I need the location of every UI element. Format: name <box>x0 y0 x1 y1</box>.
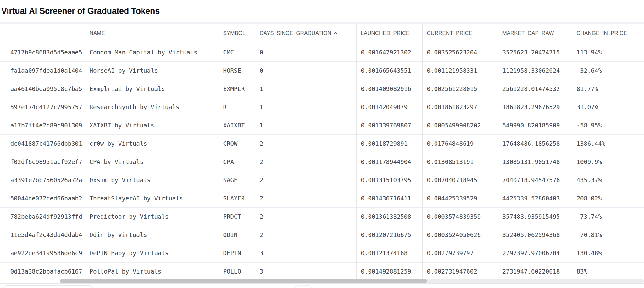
cell-id: 50044de072ced66baab2 <box>0 189 85 207</box>
cell-current: 0.0005499908202 <box>422 116 498 134</box>
cell-symbol: EXMPLR <box>219 80 255 98</box>
screener-page: Virtual AI Screener of Graduated Tokens … <box>0 0 644 288</box>
table-row[interactable]: a17b7ff4e2c89c901309XAIXBT by VirtualsXA… <box>0 116 644 134</box>
cell-market: 352405.062594368 <box>498 226 572 244</box>
table-row[interactable]: fa1aa097fdea1d0a1404HorseAI by VirtualsH… <box>0 61 644 80</box>
table-row[interactable]: f02df6c98951acf92ef7CPA by VirtualsCPA20… <box>0 153 644 171</box>
cell-name: ResearchSynth by Virtuals <box>85 98 219 116</box>
cell-name: 0xsim by Virtuals <box>85 171 219 189</box>
cell-symbol: POLLO <box>219 262 255 280</box>
page-title: Virtual AI Screener of Graduated Tokens <box>1 6 160 16</box>
table-row[interactable]: dc041887c41766dbb301cr0w by VirtualsCROW… <box>0 134 644 153</box>
cell-market: 17648486.1856258 <box>498 134 572 153</box>
table-row[interactable]: 4717b9c8683d5d5eaae5Condom Man Capital b… <box>0 43 644 61</box>
cell-change: 83% <box>572 262 641 280</box>
cell-id: 0d13a38c2bbafacb6167 <box>0 262 85 280</box>
column-label: SYMBOL <box>223 30 246 36</box>
cell-name: CPA by Virtuals <box>85 153 219 171</box>
cell-launched: 0.001665643551 <box>356 61 422 80</box>
cell-launched: 0.001315103795 <box>356 171 422 189</box>
bottom-left-control[interactable] <box>3 285 94 288</box>
cell-symbol: CROW <box>219 134 255 153</box>
cell-days: 2 <box>255 226 356 244</box>
cell-name: DePIN Baby by Virtuals <box>85 244 219 262</box>
column-header-change[interactable]: CHANGE_IN_PRICE <box>572 24 641 43</box>
cell-symbol: SLAYER <box>219 189 255 207</box>
cell-symbol: SAGE <box>219 171 255 189</box>
cell-change: -32.64% <box>572 61 641 80</box>
cell-launched: 0.001361332508 <box>356 207 422 226</box>
cell-id: a3391e7bb7560526a72a <box>0 171 85 189</box>
cell-name: XAIXBT by Virtuals <box>85 116 219 134</box>
cell-stub <box>641 153 644 171</box>
cell-id: 597e174c4127c7995757 <box>0 98 85 116</box>
cell-change: -73.74% <box>572 207 641 226</box>
column-label: MARKET_CAP_RAW <box>502 30 554 36</box>
cell-stub <box>641 61 644 80</box>
column-header-days[interactable]: DAYS_SINCE_GRADUATION <box>255 24 356 43</box>
table-row[interactable]: 0d13a38c2bbafacb6167PolloPal by Virtuals… <box>0 262 644 280</box>
table-row[interactable]: 782beba624df92913ffdPredictoor by Virtua… <box>0 207 644 226</box>
cell-days: 0 <box>255 43 356 61</box>
cell-current: 0.0003574839359 <box>422 207 498 226</box>
cell-id: 4717b9c8683d5d5eaae5 <box>0 43 85 61</box>
cell-launched: 0.001492881259 <box>356 262 422 280</box>
cell-symbol: HORSE <box>219 61 255 80</box>
cell-market: 2797397.97006704 <box>498 244 572 262</box>
cell-stub <box>641 189 644 207</box>
cell-launched: 0.00142049079 <box>356 98 422 116</box>
cell-current: 0.01764848619 <box>422 134 498 153</box>
cell-launched: 0.001409082916 <box>356 80 422 98</box>
horizontal-scrollbar-thumb[interactable] <box>60 279 427 283</box>
cell-stub <box>641 244 644 262</box>
cell-launched: 0.001339769807 <box>356 116 422 134</box>
column-header-market[interactable]: MARKET_CAP_RAW <box>498 24 572 43</box>
table-row[interactable]: 50044de072ced66baab2ThreatSlayerAI by Vi… <box>0 189 644 207</box>
cell-days: 1 <box>255 80 356 98</box>
cell-days: 1 <box>255 116 356 134</box>
column-header-launched[interactable]: LAUNCHED_PRICE <box>356 24 422 43</box>
cell-market: 549990.820185909 <box>498 116 572 134</box>
cell-id: a17b7ff4e2c89c901309 <box>0 116 85 134</box>
cell-id: fa1aa097fdea1d0a1404 <box>0 61 85 80</box>
cell-days: 3 <box>255 244 356 262</box>
bottom-page-control[interactable] <box>295 285 312 288</box>
cell-change: 1009.9% <box>572 153 641 171</box>
cell-stub <box>641 43 644 61</box>
table-row[interactable]: 11e5d4af2c43da4ddab4Odin by VirtualsODIN… <box>0 226 644 244</box>
cell-launched: 0.001436716411 <box>356 189 422 207</box>
table-header-row: NAMESYMBOLDAYS_SINCE_GRADUATIONLAUNCHED_… <box>0 24 644 43</box>
column-header-current[interactable]: CURRENT_PRICE <box>422 24 498 43</box>
cell-days: 2 <box>255 153 356 171</box>
cell-symbol: CMC <box>219 43 255 61</box>
cell-change: -70.81% <box>572 226 641 244</box>
cell-change: 1386.44% <box>572 134 641 153</box>
cell-symbol: DEPIN <box>219 244 255 262</box>
cell-stub <box>641 262 644 280</box>
cell-name: cr0w by Virtuals <box>85 134 219 153</box>
cell-symbol: PRDCT <box>219 207 255 226</box>
cell-launched: 0.00118729891 <box>356 134 422 153</box>
cell-id: aa46140bea095c8c7ba5 <box>0 80 85 98</box>
cell-market: 357483.935915495 <box>498 207 572 226</box>
column-header-name[interactable]: NAME <box>85 24 219 43</box>
table-row[interactable]: 597e174c4127c7995757ResearchSynth by Vir… <box>0 98 644 116</box>
table-row[interactable]: a3391e7bb7560526a72a0xsim by VirtualsSAG… <box>0 171 644 189</box>
tokens-table: NAMESYMBOLDAYS_SINCE_GRADUATIONLAUNCHED_… <box>0 24 644 280</box>
column-header-symbol[interactable]: SYMBOL <box>219 24 255 43</box>
cell-stub <box>641 207 644 226</box>
cell-change: 208.02% <box>572 189 641 207</box>
cell-name: Condom Man Capital by Virtuals <box>85 43 219 61</box>
cell-change: 113.94% <box>572 43 641 61</box>
cell-stub <box>641 134 644 153</box>
cell-days: 0 <box>255 61 356 80</box>
table-row[interactable]: aa46140bea095c8c7ba5Exmplr.ai by Virtual… <box>0 80 644 98</box>
cell-days: 2 <box>255 171 356 189</box>
table-body: 4717b9c8683d5d5eaae5Condom Man Capital b… <box>0 43 644 280</box>
cell-symbol: XAIXBT <box>219 116 255 134</box>
cell-current: 0.01308513191 <box>422 153 498 171</box>
cell-id: 782beba624df92913ffd <box>0 207 85 226</box>
cell-name: HorseAI by Virtuals <box>85 61 219 80</box>
table-row[interactable]: ae922de341a9586de6c9DePIN Baby by Virtua… <box>0 244 644 262</box>
column-label: LAUNCHED_PRICE <box>361 30 410 36</box>
